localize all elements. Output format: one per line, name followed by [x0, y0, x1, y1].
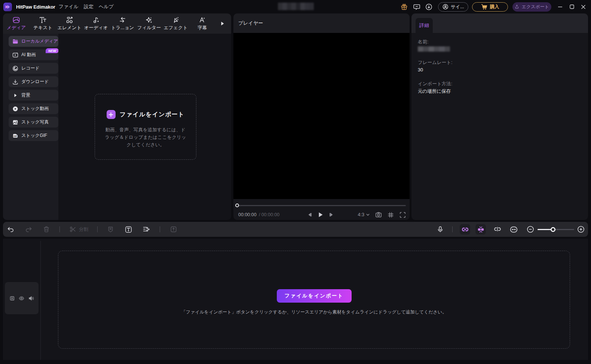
timeline-toolbar: 分割 — [3, 222, 588, 237]
grid-button[interactable] — [388, 212, 394, 218]
sidebar-item-local-media[interactable]: ローカルメディア — [9, 36, 58, 47]
fullscreen-icon — [399, 212, 406, 218]
aspect-ratio-select[interactable]: 4:3 — [358, 212, 370, 217]
stock-video-icon — [12, 106, 18, 112]
link-clips-button[interactable] — [460, 224, 470, 235]
sidebar-item-ai-video[interactable]: AI 動画 NEW — [9, 49, 58, 60]
sidebar-item-background[interactable]: 背景 — [9, 90, 58, 101]
seekbar-handle[interactable] — [235, 204, 239, 207]
download-updates-icon — [425, 3, 432, 10]
tab-subtitles[interactable]: 字幕 — [189, 13, 215, 34]
zoom-in-icon — [577, 226, 585, 233]
export-clip-button[interactable] — [167, 223, 180, 236]
snap-icon — [477, 226, 484, 233]
tab-transition[interactable]: トラ...ョン — [109, 13, 136, 34]
redo-button[interactable] — [22, 223, 35, 236]
fullscreen-button[interactable] — [399, 212, 406, 218]
app-title: HitPaw Edimakor — [16, 4, 55, 10]
snap-button[interactable] — [475, 224, 486, 235]
undo-icon — [7, 226, 14, 233]
sidebar-item-stock-gif[interactable]: GIF ストックGIF — [9, 130, 58, 141]
project-name-blurred — [278, 3, 314, 10]
tab-transition-icon — [119, 16, 126, 24]
feedback-icon[interactable] — [410, 1, 423, 12]
grid-icon — [388, 212, 394, 218]
tab-details[interactable]: 詳細 — [416, 18, 433, 33]
unlink-clips-button[interactable] — [491, 223, 504, 236]
split-button[interactable]: 分割 — [70, 226, 88, 233]
sidebar-item-stock-video[interactable]: ストック動画 — [9, 103, 58, 114]
field-name: 名前: — [418, 39, 588, 52]
tab-media[interactable]: メディア — [3, 13, 30, 34]
previous-frame-button[interactable] — [307, 212, 312, 217]
tab-effects[interactable]: エフェクト — [162, 13, 189, 34]
ai-video-icon — [12, 52, 18, 58]
record-icon — [12, 65, 18, 71]
purchase-button[interactable]: 購入 — [472, 2, 508, 12]
mark-button[interactable] — [104, 223, 117, 236]
track-visibility-icon[interactable] — [19, 296, 24, 301]
sidebar-item-download[interactable]: ダウンロード — [9, 76, 58, 87]
minimize-button[interactable] — [554, 0, 566, 13]
zoom-in-button[interactable] — [575, 223, 587, 236]
sidebar-item-stock-photo[interactable]: ストック写真 — [9, 117, 58, 128]
delete-icon — [43, 226, 50, 233]
video-preview — [233, 33, 410, 199]
maximize-icon — [570, 4, 574, 9]
tab-text[interactable]: テキスト — [30, 13, 56, 34]
signin-label: サイ... — [451, 4, 464, 10]
timeline-zoom-slider[interactable] — [538, 224, 574, 235]
tab-filter-icon — [145, 16, 153, 24]
tab-elements[interactable]: エレメント — [56, 13, 83, 34]
timeline-header-divider — [40, 241, 41, 360]
menu-file[interactable]: ファイル — [56, 2, 81, 12]
gift-icon[interactable] — [398, 1, 410, 12]
zoom-out-button[interactable] — [524, 223, 537, 236]
timeline-import-button[interactable]: ファイルをインポート — [277, 289, 352, 303]
track-type-icon[interactable] — [10, 296, 15, 301]
feedback-icon — [413, 3, 420, 10]
maximize-button[interactable] — [566, 0, 578, 13]
more-tabs-icon — [221, 21, 224, 26]
zoom-slider-handle[interactable] — [551, 227, 555, 232]
snapshot-icon — [375, 211, 382, 218]
delete-button[interactable] — [40, 223, 53, 236]
import-dropzone[interactable]: ファイルをインポート 動画、音声、写真を追加するには、ドラッグ＆ドロップまたはこ… — [95, 94, 196, 160]
snapshot-button[interactable] — [375, 211, 382, 218]
tab-audio[interactable]: オーディオ — [83, 13, 109, 34]
import-title: ファイルをインポート — [120, 111, 184, 119]
sidebar-item-record[interactable]: レコード — [9, 63, 58, 74]
tab-audio-icon — [92, 16, 100, 24]
app-logo-icon — [3, 3, 12, 11]
split-icon — [70, 226, 76, 233]
remove-section-button[interactable] — [140, 223, 153, 236]
fit-timeline-button[interactable] — [507, 223, 520, 236]
player-timecode: 00:00:00 /00:00:00 — [238, 212, 279, 217]
stock-gif-icon: GIF — [12, 133, 18, 139]
voiceover-button[interactable] — [434, 223, 447, 236]
player-title: プレイヤー — [233, 13, 410, 33]
name-value-blurred — [418, 46, 450, 52]
add-text-button[interactable] — [122, 223, 135, 236]
plus-icon — [107, 110, 116, 119]
track-mute-icon[interactable] — [28, 296, 34, 301]
redo-icon — [25, 226, 32, 233]
more-tabs-button[interactable] — [217, 13, 228, 34]
download-updates-icon[interactable] — [423, 1, 435, 12]
export-button[interactable]: エクスポート — [512, 2, 551, 12]
signin-button[interactable]: サイ... — [438, 2, 468, 12]
player-seekbar[interactable] — [233, 201, 410, 209]
menu-settings[interactable]: 設定 — [81, 2, 96, 12]
player-panel: プレイヤー 00:00:00 /00:00:00 4:3 — [233, 13, 410, 220]
next-frame-button[interactable] — [329, 212, 334, 217]
folder-icon — [12, 39, 18, 45]
tab-effects-icon — [172, 16, 180, 24]
timeline-dropzone[interactable]: ファイルをインポート 「ファイルをインポート」ボタンをクリックするか、リソースエ… — [58, 251, 570, 349]
undo-button[interactable] — [4, 223, 17, 236]
tab-elements-icon — [65, 16, 73, 24]
menu-help[interactable]: ヘルプ — [96, 2, 116, 12]
close-button[interactable] — [578, 0, 589, 13]
tab-filter[interactable]: フィルター — [136, 13, 162, 34]
stock-photo-icon — [12, 119, 18, 125]
play-button[interactable] — [318, 212, 324, 218]
